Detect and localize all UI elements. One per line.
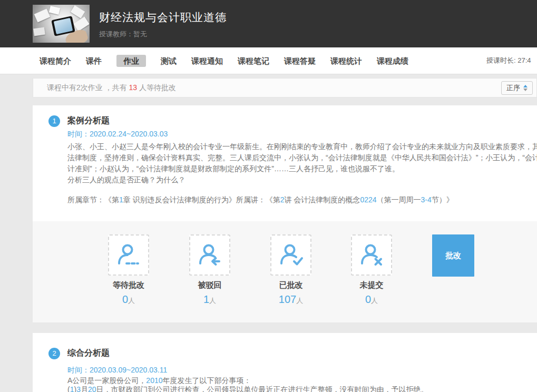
tab-course-grades[interactable]: 课程成绩 — [377, 55, 408, 67]
time-value: 2020.02.24~2020.03.03 — [90, 130, 168, 138]
time-value: 2020.03.09~2020.03.11 — [90, 366, 167, 374]
cover-paper — [73, 17, 89, 32]
tab-course-statistics[interactable]: 课程统计 — [330, 55, 362, 67]
cover-paper — [33, 27, 45, 36]
stat-count-number: 0 — [122, 293, 128, 305]
text-segment: 0224 — [360, 195, 376, 204]
text-segment: 20 — [88, 385, 96, 392]
sort-arrows-icon — [523, 85, 528, 91]
assignment-title: 案例分析题 — [67, 115, 110, 126]
course-title: 财经法规与会计职业道德 — [99, 10, 227, 25]
sort-order-button[interactable]: 正序 — [501, 81, 533, 95]
tab-course-notice[interactable]: 课程通知 — [191, 55, 223, 67]
stat-count: 0人 — [340, 293, 403, 306]
person-rejected-icon — [197, 242, 222, 268]
course-teacher: 授课教师：暂无 — [99, 30, 227, 39]
text-segment: 所属章节：《第 — [67, 195, 119, 204]
stat-count-unit: 人 — [128, 297, 135, 305]
stat-label: 未提交 — [340, 280, 403, 290]
assignment-number-badge: 2 — [48, 348, 60, 359]
tab-course-intro[interactable]: 课程简介 — [40, 55, 71, 67]
stat-icon-box — [270, 234, 311, 276]
tab-test[interactable]: 测试 — [161, 55, 177, 67]
text-segment: 章 识别违反会计法律制度的行为》所属讲：《第 — [123, 195, 280, 204]
stat-count: 0人 — [97, 293, 160, 306]
cover-paper — [71, 5, 85, 18]
stat-rejected[interactable]: 被驳回 1人 — [178, 234, 241, 306]
stat-icon-box — [189, 234, 230, 276]
assignment-body-line: 分析三人的观点是否正确？为什么？ — [67, 174, 537, 185]
stat-waiting-review[interactable]: 等待批改 0人 — [97, 234, 160, 306]
summary-suffix: 人等待批改 — [137, 83, 176, 92]
stat-count: 1人 — [178, 293, 241, 306]
text-segment: 年度发生了以下部分事项： — [163, 376, 251, 385]
homework-summary-text: 课程中有2次作业 ，共有 13 人等待批改 — [47, 83, 176, 93]
stat-label: 已批改 — [259, 280, 323, 290]
stat-count-number: 0 — [365, 293, 371, 305]
text-segment: 2010 — [146, 376, 162, 385]
course-header-text: 财经法规与会计职业道德 授课教师：暂无 — [99, 10, 227, 39]
stat-unsubmitted[interactable]: 未提交 0人 — [340, 234, 403, 306]
assignment-body-line: 法律制度，坚持准则，确保会计资料真实、完整。三人课后交流中，小张认为，“会计法律… — [67, 152, 537, 163]
assignment-body-line: A公司是一家股份公司，2010年度发生了以下部分事项： — [67, 376, 428, 385]
cover-paper — [49, 6, 61, 15]
assignment-card-1: 1 案例分析题 时间：2020.02.24~2020.03.03 小张、小王、小… — [33, 105, 537, 322]
assignment-body-line: (1)3月20日，市财政部门到公司进行检查，公司领导以单位最近正在进行生产整顿，… — [67, 385, 428, 392]
text-segment: 1 — [119, 195, 123, 204]
course-nav: 课程简介 课件 作业 测试 课程通知 课程笔记 课程答疑 课程统计 课程成绩 授… — [0, 47, 537, 74]
teaching-duration: 授课时长: 27:4 — [486, 47, 531, 74]
assignment-title: 综合分析题 — [67, 348, 110, 359]
assignment-chapter-info: 所属章节：《第1章 识别违反会计法律制度的行为》所属讲：《第2讲 会计法律制度的… — [67, 195, 454, 205]
pending-count: 13 — [129, 83, 138, 92]
assignment-card-2: 2 综合分析题 时间：2020.03.09~2020.03.11 A公司是一家股… — [33, 333, 537, 392]
assignment-number-badge: 1 — [48, 115, 60, 127]
course-header: 财经法规与会计职业道德 授课教师：暂无 — [0, 0, 537, 47]
person-unsubmitted-icon — [359, 242, 384, 268]
tab-course-qa[interactable]: 课程答疑 — [284, 55, 316, 67]
stat-count-unit: 人 — [296, 297, 303, 305]
assignment-time-range: 时间：2020.02.24~2020.03.03 — [67, 130, 168, 139]
text-segment: 日，市财政部门到公司进行检查，公司领导以单位最近正在进行生产整顿，没有时间为由，… — [96, 385, 428, 392]
time-label: 时间： — [67, 130, 90, 138]
stat-count-number: 1 — [203, 293, 209, 305]
cover-paper — [34, 8, 51, 22]
stat-reviewed[interactable]: 已批改 107人 — [259, 234, 323, 306]
grading-stats-strip: 等待批改 0人 被驳回 1人 — [33, 221, 537, 322]
homework-summary-bar: 课程中有2次作业 ，共有 13 人等待批改 正序 — [33, 78, 537, 97]
summary-prefix: 课程中有2次作业 ，共有 — [47, 83, 129, 92]
assignment-time-range: 时间：2020.03.09~2020.03.11 — [67, 366, 167, 375]
text-segment: 3-4 — [421, 195, 432, 204]
stat-label: 被驳回 — [178, 280, 241, 290]
person-reviewed-icon — [278, 242, 304, 268]
text-segment: 讲 会计法律制度的概念 — [284, 195, 360, 204]
person-waiting-icon — [116, 242, 141, 268]
cover-tablet-screen — [54, 18, 73, 34]
stat-icon-box — [351, 234, 392, 276]
course-cover-image — [33, 5, 90, 43]
text-segment: （第一周周一 — [377, 195, 421, 204]
assignment-body-line: 计准则”；小赵认为，“会计法律制度就是财政部制定的系列文件”……三人各抒己见，谁… — [67, 163, 537, 174]
stat-count-unit: 人 — [209, 297, 216, 305]
sort-descending-icon — [523, 89, 528, 91]
text-segment: 节）》 — [432, 195, 454, 204]
assignment-description: A公司是一家股份公司，2010年度发生了以下部分事项： (1)3月20日，市财政… — [67, 376, 428, 392]
time-label: 时间： — [67, 366, 90, 374]
text-segment: 月 — [81, 385, 88, 392]
stat-count-number: 107 — [279, 293, 296, 305]
sort-order-label: 正序 — [506, 83, 520, 93]
text-segment: 3 — [76, 385, 81, 392]
tab-course-notes[interactable]: 课程笔记 — [238, 55, 269, 67]
assignment-body-line: 小张、小王、小赵三人是今年刚入校的会计专业一年级新生。在刚刚结束的专业教育中，教… — [67, 141, 537, 152]
stat-icon-box — [108, 234, 149, 276]
tab-homework[interactable]: 作业 — [116, 55, 146, 67]
stat-count: 107人 — [259, 293, 323, 306]
review-button[interactable]: 批改 — [432, 234, 474, 277]
tab-courseware[interactable]: 课件 — [86, 55, 102, 67]
stat-count-unit: 人 — [371, 297, 378, 305]
course-homework-page: 财经法规与会计职业道德 授课教师：暂无 课程简介 课件 作业 测试 课程通知 课… — [0, 0, 537, 392]
assignment-description: 小张、小王、小赵三人是今年刚入校的会计专业一年级新生。在刚刚结束的专业教育中，教… — [67, 141, 537, 185]
text-segment: A公司是一家股份公司， — [67, 376, 146, 385]
sort-ascending-icon — [523, 85, 528, 87]
stat-label: 等待批改 — [97, 280, 160, 290]
